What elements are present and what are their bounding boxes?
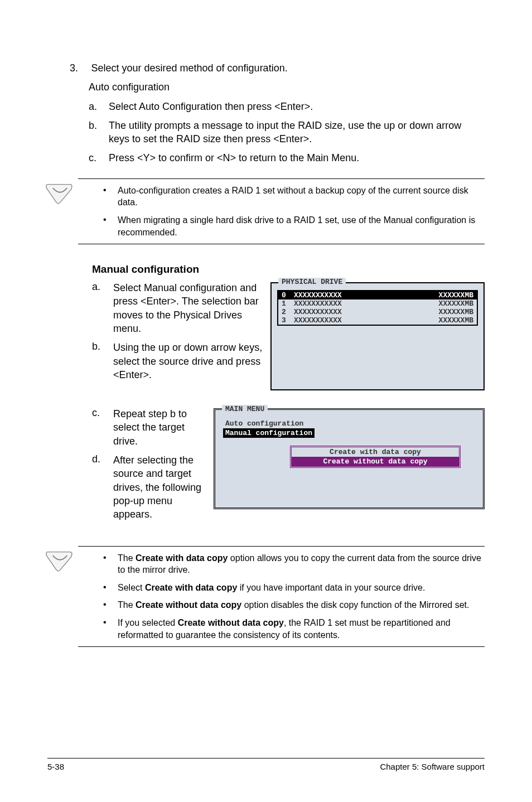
- menu-item-auto: Auto configuration: [223, 419, 475, 428]
- manual-d-letter: d.: [92, 453, 113, 521]
- step3-number: 3.: [70, 61, 89, 75]
- physical-drive-title: PHYSICAL DRIVE: [278, 278, 346, 286]
- footer-page-number: 5-38: [47, 762, 64, 771]
- note2-item-0: The Create with data copy option allows …: [118, 552, 485, 576]
- main-menu-panel: MAIN MENU Auto configuration Manual conf…: [214, 408, 485, 509]
- physical-drive-row-selected: 0 XXXXXXXXXXX XXXXXXMB: [278, 291, 477, 299]
- step3c-letter: c.: [89, 151, 109, 165]
- bullet-icon: •: [103, 185, 118, 209]
- physical-drive-panel: PHYSICAL DRIVE 0 XXXXXXXXXXX XXXXXXMB 1 …: [270, 282, 485, 390]
- main-menu-title: MAIN MENU: [222, 405, 268, 413]
- note-icon: [45, 182, 75, 205]
- step3a-text: Select Auto Configuration then press <En…: [109, 100, 485, 113]
- step3c-text: Press <Y> to confirm or <N> to return to…: [109, 151, 485, 165]
- bullet-icon: •: [103, 599, 118, 611]
- bullet-icon: •: [103, 617, 118, 641]
- bullet-icon: •: [103, 214, 118, 238]
- physical-drive-row: 1 XXXXXXXXXXX XXXXXXMB: [278, 299, 477, 308]
- footer-chapter: Chapter 5: Software support: [380, 762, 485, 771]
- note1-item-1: When migrating a single hard disk drive …: [118, 214, 485, 238]
- manual-c-letter: c.: [92, 407, 113, 448]
- page-footer: 5-38 Chapter 5: Software support: [47, 758, 485, 771]
- note-icon: [45, 550, 75, 572]
- note2-item-2: The Create without data copy option disa…: [118, 599, 485, 611]
- step3b-letter: b.: [89, 119, 109, 146]
- popup-item-with-copy: Create with data copy: [292, 447, 459, 457]
- manual-b-text: Using the up or down arrow keys, select …: [113, 341, 264, 381]
- step3b-text: The utility prompts a message to input t…: [109, 119, 485, 146]
- physical-drive-row: 2 XXXXXXXXXXX XXXXXXMB: [278, 308, 477, 316]
- manual-a-letter: a.: [92, 281, 113, 335]
- step3-text: Select your desired method of configurat…: [91, 62, 287, 74]
- manual-d-text: After selecting the source and target dr…: [113, 453, 207, 521]
- manual-c-text: Repeat step b to select the target drive…: [113, 407, 207, 448]
- popup-item-without-copy-selected: Create without data copy: [292, 457, 459, 466]
- manual-b-letter: b.: [92, 341, 113, 381]
- note-block-1: • Auto-configuration creates a RAID 1 se…: [78, 178, 485, 244]
- note-block-2: • The Create with data copy option allow…: [78, 546, 485, 648]
- menu-item-manual-selected: Manual configuration: [223, 428, 315, 438]
- note1-item-0: Auto-configuration creates a RAID 1 set …: [118, 185, 485, 209]
- step3a-letter: a.: [89, 100, 109, 113]
- bullet-icon: •: [103, 582, 118, 594]
- popup-menu: Create with data copy Create without dat…: [290, 446, 461, 468]
- physical-drive-row: 3 XXXXXXXXXXX XXXXXXMB: [278, 316, 477, 325]
- manual-a-text: Select Manual configuration and press <E…: [113, 281, 264, 335]
- bullet-icon: •: [103, 552, 118, 576]
- auto-config-heading: Auto configuration: [89, 81, 170, 93]
- manual-config-heading: Manual configuration: [92, 263, 485, 276]
- note2-item-1: Select Create with data copy if you have…: [118, 582, 485, 594]
- note2-item-3: If you selected Create without data copy…: [118, 617, 485, 641]
